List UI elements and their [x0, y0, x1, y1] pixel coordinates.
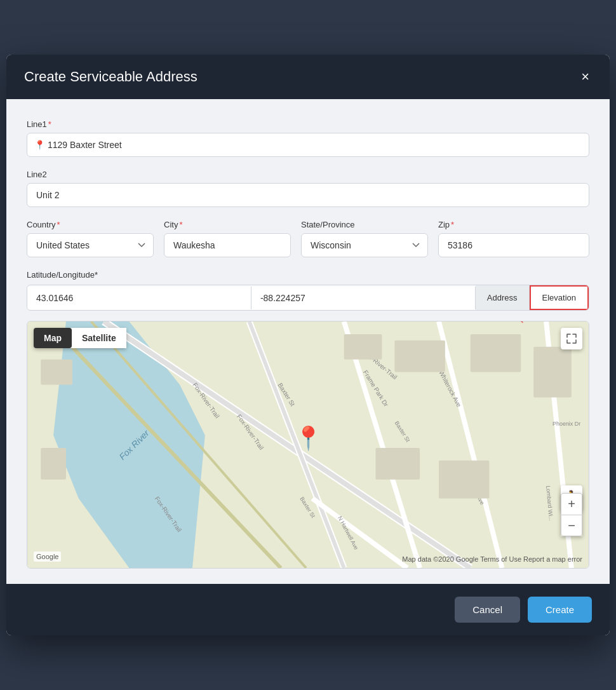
svg-text:Phoenix Dr: Phoenix Dr: [552, 421, 580, 427]
map-container[interactable]: Fox River: [27, 321, 589, 569]
satellite-button[interactable]: Satellite: [72, 328, 126, 348]
city-col: City*: [164, 220, 291, 257]
latlng-section: Latitude/Longitude* Address Elevation: [27, 270, 589, 311]
line1-group: Line1* 📍: [27, 119, 589, 157]
country-select[interactable]: United States: [27, 233, 154, 257]
zip-input[interactable]: [438, 233, 589, 257]
svg-rect-28: [471, 334, 521, 372]
state-col: State/Province Wisconsin: [301, 220, 428, 257]
longitude-input[interactable]: [251, 287, 476, 309]
zip-col: Zip*: [438, 220, 589, 257]
latlng-buttons: Address Elevation: [476, 285, 589, 310]
modal-body: Line1* 📍 Line2 Country*: [6, 99, 610, 584]
close-button[interactable]: ×: [579, 67, 592, 86]
map-background: Fox River: [27, 321, 589, 568]
modal: Create Serviceable Address × Line1* 📍 Li…: [6, 55, 610, 635]
svg-rect-32: [41, 360, 72, 385]
line2-input[interactable]: [27, 183, 589, 207]
zoom-in-button[interactable]: +: [561, 493, 582, 515]
address-row: Country* United States City* State/Provi…: [27, 220, 589, 257]
svg-rect-33: [41, 448, 66, 480]
map-zoom-controls: + −: [561, 493, 582, 536]
map-expand-button[interactable]: [561, 328, 582, 349]
modal-header: Create Serviceable Address ×: [6, 55, 610, 99]
svg-rect-30: [375, 448, 420, 480]
map-toggle: Map Satellite: [34, 328, 126, 348]
terms-of-use-link[interactable]: Terms of Use: [480, 555, 521, 563]
state-select[interactable]: Wisconsin: [301, 233, 428, 257]
state-label: State/Province: [301, 220, 428, 229]
cancel-button[interactable]: Cancel: [455, 597, 520, 623]
latlng-row: Address Elevation: [27, 285, 589, 311]
modal-overlay: Create Serviceable Address × Line1* 📍 Li…: [0, 0, 616, 690]
line1-input-wrapper: 📍: [27, 133, 589, 157]
map-pin: 📍: [294, 427, 323, 450]
zip-label: Zip*: [438, 220, 589, 229]
report-map-error-link[interactable]: Report a map error: [523, 555, 582, 563]
expand-icon: [566, 334, 577, 344]
line2-group: Line2: [27, 170, 589, 207]
country-label: Country*: [27, 220, 154, 229]
zoom-out-button[interactable]: −: [561, 515, 582, 536]
address-button[interactable]: Address: [476, 285, 530, 310]
line2-label: Line2: [27, 170, 589, 179]
city-label: City*: [164, 220, 291, 229]
location-pin-icon: 📍: [34, 140, 45, 150]
country-col: Country* United States: [27, 220, 154, 257]
svg-rect-27: [394, 341, 445, 372]
latlng-label: Latitude/Longitude*: [27, 270, 589, 280]
map-button[interactable]: Map: [34, 328, 72, 348]
svg-rect-26: [344, 334, 382, 360]
map-data-footer: Map data ©2020 Google Terms of Use Repor…: [402, 555, 582, 563]
line1-label: Line1*: [27, 119, 589, 129]
svg-rect-29: [533, 347, 572, 398]
svg-rect-31: [439, 461, 490, 499]
create-button[interactable]: Create: [528, 597, 592, 623]
city-input[interactable]: [164, 233, 291, 257]
latitude-input[interactable]: [27, 287, 251, 309]
modal-footer: Cancel Create: [6, 584, 610, 635]
modal-title: Create Serviceable Address: [24, 69, 198, 85]
elevation-button[interactable]: Elevation: [530, 285, 589, 310]
google-watermark: Google: [34, 551, 61, 562]
line1-input[interactable]: [27, 133, 589, 157]
